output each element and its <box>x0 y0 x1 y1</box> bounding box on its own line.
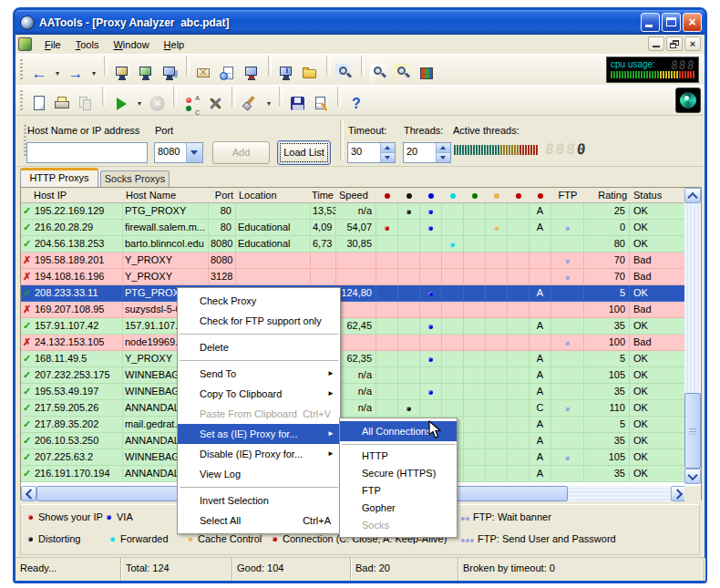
menu-item-copy-to-clipboard[interactable]: Copy To Clipboard► <box>178 384 340 404</box>
menu-item-check-for-ftp-support-only[interactable]: Check for FTP support only <box>178 311 340 331</box>
column-header-dot[interactable] <box>464 188 486 202</box>
menu-item-delete[interactable]: Delete <box>178 337 340 357</box>
menu-item-disable-ie-proxy-for[interactable]: Disable (IE) Proxy for...► <box>178 444 340 464</box>
pc-green-icon[interactable] <box>137 64 157 84</box>
threads-spinner[interactable]: 20 <box>403 142 451 163</box>
floppy-icon[interactable] <box>288 94 308 114</box>
dd-icon[interactable]: ▾ <box>135 94 144 114</box>
minimize-button[interactable] <box>641 13 660 32</box>
play-icon[interactable] <box>111 94 131 114</box>
dd-icon[interactable]: ▾ <box>53 64 62 84</box>
table-row[interactable]: ✓216.20.28.29firewall.salem.m...80Educat… <box>21 220 701 236</box>
menu-item-http[interactable]: HTTP <box>340 448 457 465</box>
column-header-dot[interactable] <box>508 188 530 202</box>
column-header-dot[interactable] <box>486 188 508 202</box>
toolbar-grip[interactable] <box>20 59 23 80</box>
column-header-dot[interactable] <box>398 188 420 202</box>
scroll-left-button[interactable] <box>21 486 36 501</box>
table-row[interactable]: ✗195.58.189.201Y_PROXY808070Bad <box>21 253 701 269</box>
spin-down-icon[interactable] <box>381 152 395 162</box>
search-doc-icon[interactable] <box>394 64 414 84</box>
tools-icon[interactable] <box>206 94 226 114</box>
grid-color-icon[interactable] <box>417 64 437 84</box>
table-row[interactable]: ✗194.108.16.196Y_PROXY312870Bad <box>21 269 701 285</box>
port-combobox[interactable]: 8080 <box>154 142 203 163</box>
mdi-minimize-button[interactable] <box>648 36 664 51</box>
column-header-location[interactable]: Location <box>236 188 311 202</box>
column-header-ftp[interactable]: FTP <box>551 188 584 202</box>
menu-item-secure-https[interactable]: Secure (HTTPS) <box>340 465 457 482</box>
spin-up-icon[interactable] <box>381 143 395 152</box>
maximize-button[interactable] <box>662 13 681 32</box>
page-globe-icon[interactable] <box>219 64 239 84</box>
chevron-down-icon[interactable] <box>186 143 202 162</box>
table-row[interactable]: ✓168.11.49.5Y_PROXY62,35A5OK <box>21 351 701 367</box>
pc-multi-icon[interactable] <box>160 64 180 84</box>
menu-item-invert-selection[interactable]: Invert Selection <box>178 490 340 511</box>
pc-card-icon[interactable] <box>113 64 133 84</box>
table-row[interactable]: ✓208.233.33.11PTG_PROXY124,80A5OK <box>21 285 701 302</box>
back-icon[interactable]: ← <box>29 64 49 84</box>
column-header-rating[interactable]: Rating <box>584 188 630 202</box>
mdi-close-button[interactable]: × <box>684 36 701 51</box>
page-new-icon[interactable] <box>29 94 49 114</box>
column-header-speed[interactable]: Speed <box>336 188 376 202</box>
column-header-dot[interactable] <box>420 188 442 202</box>
menu-item-select-all[interactable]: Select AllCtrl+A <box>178 511 340 531</box>
menu-item-set-as-ie-proxy-for[interactable]: Set as (IE) Proxy for...► <box>178 424 340 444</box>
table-row[interactable]: ✓157.91.107.42157.91.107.62,45A35OK <box>21 318 701 335</box>
report-icon[interactable] <box>312 94 332 114</box>
ac-icon[interactable] <box>182 94 202 114</box>
tab-http-proxys[interactable]: HTTP Proxys <box>20 168 98 187</box>
pc-info-icon[interactable]: i <box>277 64 297 84</box>
table-row[interactable]: ✓195.53.49.197WINNEBAGn/aA35OK <box>21 384 701 400</box>
search-pc-icon[interactable] <box>335 64 355 84</box>
mail-sync-icon[interactable] <box>195 64 215 84</box>
table-row[interactable]: ✓204.56.138.253barto.blinncol.edu8080Edu… <box>21 236 701 253</box>
spin-up-icon[interactable] <box>437 143 450 152</box>
menu-item-check-proxy[interactable]: Check Proxy <box>178 291 340 311</box>
table-row[interactable]: ✗169.207.108.95suzysdsl-5-0100Bad <box>21 302 701 318</box>
table-row[interactable]: ✗24.132.153.105node19969.100Bad <box>21 335 701 351</box>
printer-icon[interactable] <box>53 94 73 114</box>
menu-item-send-to[interactable]: Send To► <box>178 364 340 384</box>
menu-item-ftp[interactable]: FTP <box>340 482 457 500</box>
menu-item-gopher[interactable]: Gopher <box>340 500 457 517</box>
dd-icon[interactable]: ▾ <box>89 64 98 84</box>
scroll-down-button[interactable] <box>684 469 701 484</box>
table-row[interactable]: ✓217.59.205.26ANNANDALn/aC110OK <box>21 400 701 417</box>
column-header-dot[interactable] <box>376 188 398 202</box>
load-list-button[interactable]: Load List <box>277 140 331 165</box>
timeout-spinner[interactable]: 30 <box>347 142 396 163</box>
menu-item-window[interactable]: Window <box>106 37 156 52</box>
column-header-dot[interactable] <box>442 188 464 202</box>
vertical-scroll-thumb[interactable] <box>684 393 701 469</box>
close-button[interactable]: × <box>683 13 702 32</box>
table-header[interactable]: Host IPHost NamePortLocationTimeSpeedFTP… <box>21 188 701 203</box>
tab-socks-proxys[interactable]: Socks Proxys <box>100 170 170 187</box>
mdi-restore-button[interactable] <box>666 36 683 51</box>
menu-item-file[interactable]: File <box>37 37 68 52</box>
host-input[interactable] <box>26 142 148 163</box>
pc-tools-icon[interactable] <box>242 64 262 84</box>
folder-go-icon[interactable] <box>301 64 321 84</box>
title-bar[interactable]: AATools - [Proxy Analyzer abc.pdat] × <box>15 10 705 35</box>
menu-item-tools[interactable]: Tools <box>68 37 107 52</box>
forward-icon[interactable]: → <box>66 64 86 84</box>
column-header-host-name[interactable]: Host Name <box>123 188 209 202</box>
table-row[interactable]: ✓207.232.253.175WINNEBAGn/aA105OK <box>21 367 701 384</box>
scroll-up-button[interactable] <box>684 188 701 203</box>
column-header-host-ip[interactable]: Host IP <box>21 188 123 202</box>
column-header-port[interactable]: Port <box>209 188 236 202</box>
spin-down-icon[interactable] <box>437 152 450 162</box>
toolbar-grip[interactable] <box>20 90 23 110</box>
vertical-scrollbar[interactable] <box>684 188 701 484</box>
menu-item-help[interactable]: Help <box>157 37 192 52</box>
search-page-icon[interactable] <box>370 64 390 84</box>
column-header-dot[interactable] <box>530 188 551 202</box>
column-header-time[interactable]: Time <box>311 188 336 202</box>
menu-item-view-log[interactable]: View Log <box>178 464 340 484</box>
brush-icon[interactable] <box>241 94 261 114</box>
column-header-status[interactable]: Status <box>630 188 686 202</box>
table-row[interactable]: ✓195.22.169.129PTG_PROXY8013,53n/aA25OK <box>21 203 701 220</box>
